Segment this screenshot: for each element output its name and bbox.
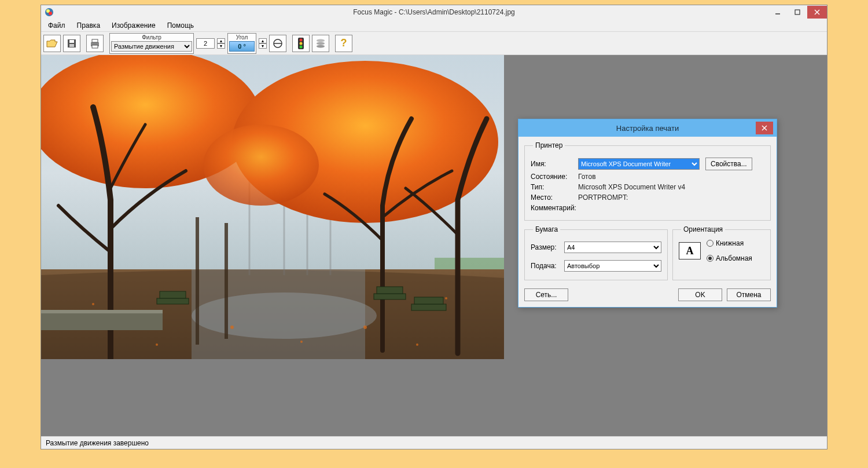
paper-size-select[interactable]: A4 <box>564 242 661 253</box>
spinner-down[interactable]: ▼ <box>217 43 225 49</box>
menubar: Файл Правка Изображение Помощь <box>41 19 827 32</box>
toolbar: Фильтр Размытие движения ▲ ▼ Угол 0 ° ▲ … <box>41 32 827 55</box>
page-orientation-icon: A <box>679 242 701 259</box>
svg-rect-11 <box>92 39 98 42</box>
paper-feed-label: Подача: <box>531 262 564 270</box>
printer-type-value: Microsoft XPS Document Writer v4 <box>578 183 685 191</box>
svg-rect-8 <box>69 40 74 43</box>
angle-spinner-up[interactable]: ▲ <box>259 38 267 43</box>
printer-comment-label: Комментарий: <box>531 204 578 212</box>
svg-point-26 <box>192 292 377 339</box>
print-setup-dialog: Настройка печати Принтер Имя: Microsoft … <box>518 119 777 308</box>
svg-point-29 <box>230 326 234 329</box>
svg-point-19 <box>317 39 325 42</box>
menu-image[interactable]: Изображение <box>107 20 160 31</box>
ok-button[interactable]: OK <box>678 288 722 301</box>
help-button[interactable]: ? <box>335 35 352 52</box>
paper-feed-select[interactable]: Автовыбор <box>564 260 661 272</box>
dialog-body: Принтер Имя: Microsoft XPS Document Writ… <box>518 137 777 307</box>
menu-file[interactable]: Файл <box>43 20 70 31</box>
traffic-light-icon[interactable] <box>292 35 310 52</box>
svg-rect-47 <box>411 304 446 310</box>
amount-spinner: ▲ ▼ <box>217 38 225 49</box>
printer-place-label: Место: <box>531 193 578 202</box>
stack-icon[interactable] <box>312 35 329 52</box>
angle-group: Угол 0 ° <box>227 33 256 54</box>
svg-point-21 <box>317 45 325 47</box>
svg-rect-45 <box>374 294 406 299</box>
menu-edit[interactable]: Правка <box>72 20 105 31</box>
orientation-fieldset: Ориентация A Книжная Альбомная <box>672 225 771 280</box>
amount-input[interactable] <box>196 38 215 49</box>
svg-point-17 <box>300 42 303 45</box>
document-image <box>41 55 504 359</box>
svg-point-31 <box>363 326 367 329</box>
angle-spinner: ▲ ▼ <box>259 38 267 49</box>
question-icon: ? <box>341 37 347 49</box>
svg-rect-50 <box>41 310 163 313</box>
svg-point-34 <box>92 303 94 305</box>
svg-point-16 <box>300 38 303 41</box>
window-title: Focus Magic - C:\Users\Admin\Desktop\211… <box>41 8 827 16</box>
svg-point-28 <box>156 343 158 346</box>
svg-point-18 <box>300 45 303 48</box>
svg-point-30 <box>300 341 303 343</box>
printer-type-label: Тип: <box>531 183 578 191</box>
paper-legend: Бумага <box>533 225 560 233</box>
printer-fieldset: Принтер Имя: Microsoft XPS Document Writ… <box>524 141 771 221</box>
landscape-radio[interactable]: Альбомная <box>707 254 752 262</box>
portrait-radio[interactable]: Книжная <box>707 239 752 247</box>
svg-point-42 <box>203 125 319 206</box>
svg-rect-43 <box>157 298 189 304</box>
angle-label: Угол <box>236 34 248 41</box>
save-button[interactable] <box>63 35 80 52</box>
paper-size-label: Размер: <box>531 243 564 251</box>
filter-label: Фильтр <box>142 34 161 41</box>
angle-value[interactable]: 0 ° <box>229 41 255 52</box>
svg-rect-44 <box>160 291 186 298</box>
radio-icon <box>707 240 713 247</box>
status-text: Размытие движения завершено <box>46 439 149 447</box>
printer-legend: Принтер <box>533 141 565 149</box>
network-button[interactable]: Сеть... <box>524 288 568 301</box>
titlebar[interactable]: Focus Magic - C:\Users\Admin\Desktop\211… <box>41 5 827 19</box>
svg-rect-48 <box>414 297 443 304</box>
paper-fieldset: Бумага Размер: A4 Подача: Автовыбор <box>524 225 668 280</box>
orientation-legend: Ориентация <box>681 225 725 233</box>
svg-rect-12 <box>92 45 98 48</box>
printer-state-value: Готов <box>578 173 596 181</box>
dialog-title: Настройка печати <box>518 124 777 133</box>
svg-rect-9 <box>69 44 74 47</box>
cancel-button[interactable]: Отмена <box>727 288 771 301</box>
menu-help[interactable]: Помощь <box>163 20 198 31</box>
properties-button[interactable]: Свойства... <box>705 158 752 170</box>
print-button[interactable] <box>86 35 104 52</box>
svg-point-35 <box>445 297 447 299</box>
svg-point-20 <box>317 42 325 45</box>
printer-name-select[interactable]: Microsoft XPS Document Writer <box>578 158 700 170</box>
svg-rect-46 <box>377 287 403 294</box>
filter-group: Фильтр Размытие движения <box>109 33 194 54</box>
circle-tool[interactable] <box>269 35 286 52</box>
dialog-titlebar[interactable]: Настройка печати <box>518 119 777 137</box>
landscape-label: Альбомная <box>716 254 752 262</box>
filter-select[interactable]: Размытие движения <box>111 41 192 52</box>
printer-place-value: PORTPROMPT: <box>578 193 628 202</box>
portrait-label: Книжная <box>716 239 744 247</box>
printer-state-label: Состояние: <box>531 173 578 181</box>
svg-point-32 <box>416 343 418 346</box>
spinner-up[interactable]: ▲ <box>217 38 225 43</box>
angle-spinner-down[interactable]: ▼ <box>259 43 267 49</box>
printer-name-label: Имя: <box>531 160 578 168</box>
open-button[interactable] <box>43 35 61 52</box>
statusbar: Размытие движения завершено <box>41 436 827 449</box>
radio-icon <box>707 255 713 262</box>
